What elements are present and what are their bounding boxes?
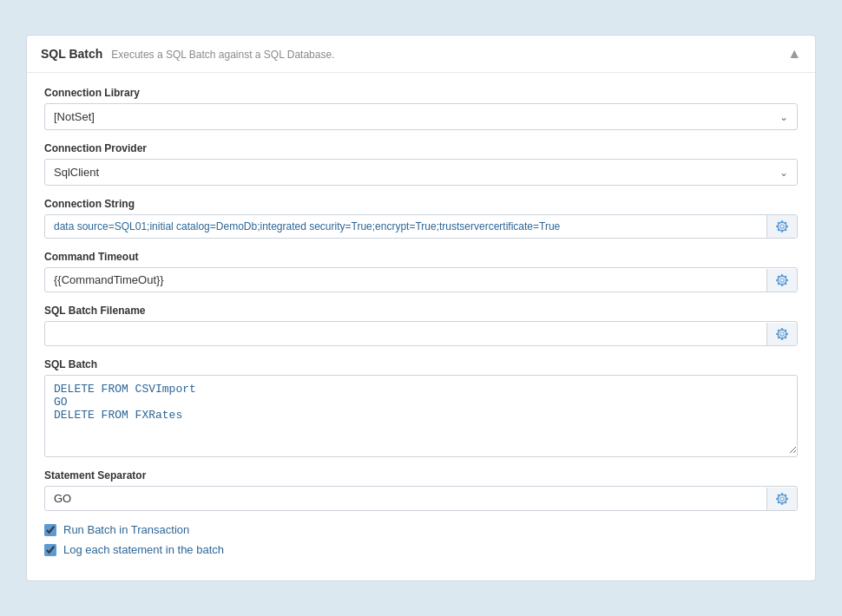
command-timeout-group: Command Timeout: [44, 251, 798, 292]
connection-library-group: Connection Library [NotSet] Library1 Lib…: [44, 87, 798, 130]
gear-icon: [776, 220, 788, 233]
card-title-text: SQL Batch: [41, 47, 102, 61]
run-batch-transaction-checkbox[interactable]: [44, 524, 56, 536]
connection-provider-select-wrapper: SqlClient OleDb Odbc ⌄: [44, 159, 798, 186]
card-subtitle: Executes a SQL Batch against a SQL Datab…: [111, 49, 334, 61]
sql-batch-filename-input[interactable]: [45, 322, 766, 345]
log-each-statement-checkbox[interactable]: [44, 544, 56, 556]
log-each-statement-label[interactable]: Log each statement in the batch: [63, 543, 224, 556]
sql-batch-group: SQL Batch DELETE FROM CSVImport GO DELET…: [44, 358, 798, 457]
sql-batch-card: SQL Batch Executes a SQL Batch against a…: [26, 35, 816, 581]
sql-batch-filename-label: SQL Batch Filename: [44, 305, 798, 317]
collapse-icon[interactable]: ▲: [787, 46, 801, 62]
connection-string-input[interactable]: [45, 215, 766, 238]
connection-string-wrapper: [44, 214, 798, 239]
gear-icon: [776, 493, 788, 505]
connection-provider-label: Connection Provider: [44, 142, 798, 154]
card-title: SQL Batch Executes a SQL Batch against a…: [41, 47, 334, 61]
card-header: SQL Batch Executes a SQL Batch against a…: [27, 36, 815, 73]
command-timeout-wrapper: [44, 267, 798, 292]
command-timeout-label: Command Timeout: [44, 251, 798, 263]
statement-separator-label: Statement Separator: [44, 469, 798, 482]
sql-batch-filename-wrapper: [44, 321, 798, 346]
sql-batch-filename-gear-button[interactable]: [766, 323, 797, 345]
sql-batch-textarea[interactable]: DELETE FROM CSVImport GO DELETE FROM FXR…: [45, 376, 797, 454]
statement-separator-group: Statement Separator: [44, 469, 798, 511]
connection-string-group: Connection String: [44, 198, 798, 239]
card-body: Connection Library [NotSet] Library1 Lib…: [27, 73, 815, 580]
log-each-statement-group: Log each statement in the batch: [44, 543, 798, 556]
gear-icon: [776, 328, 788, 340]
run-batch-transaction-group: Run Batch in Transaction: [44, 523, 798, 536]
connection-string-gear-button[interactable]: [766, 215, 797, 238]
statement-separator-gear-button[interactable]: [766, 488, 797, 510]
run-batch-transaction-label[interactable]: Run Batch in Transaction: [63, 523, 189, 536]
connection-library-label: Connection Library: [44, 87, 798, 99]
connection-library-select-wrapper: [NotSet] Library1 Library2 ⌄: [44, 103, 798, 130]
connection-string-label: Connection String: [44, 198, 798, 210]
connection-provider-select[interactable]: SqlClient OleDb Odbc: [45, 160, 797, 185]
connection-provider-group: Connection Provider SqlClient OleDb Odbc…: [44, 142, 798, 186]
sql-batch-label: SQL Batch: [44, 358, 798, 370]
command-timeout-gear-button[interactable]: [766, 269, 797, 292]
sql-batch-textarea-wrapper: DELETE FROM CSVImport GO DELETE FROM FXR…: [44, 375, 798, 457]
command-timeout-input[interactable]: [45, 268, 766, 292]
connection-library-select[interactable]: [NotSet] Library1 Library2: [45, 104, 797, 129]
gear-icon: [776, 274, 788, 286]
statement-separator-input[interactable]: [45, 487, 766, 510]
sql-batch-filename-group: SQL Batch Filename: [44, 305, 798, 346]
statement-separator-wrapper: [44, 486, 798, 511]
